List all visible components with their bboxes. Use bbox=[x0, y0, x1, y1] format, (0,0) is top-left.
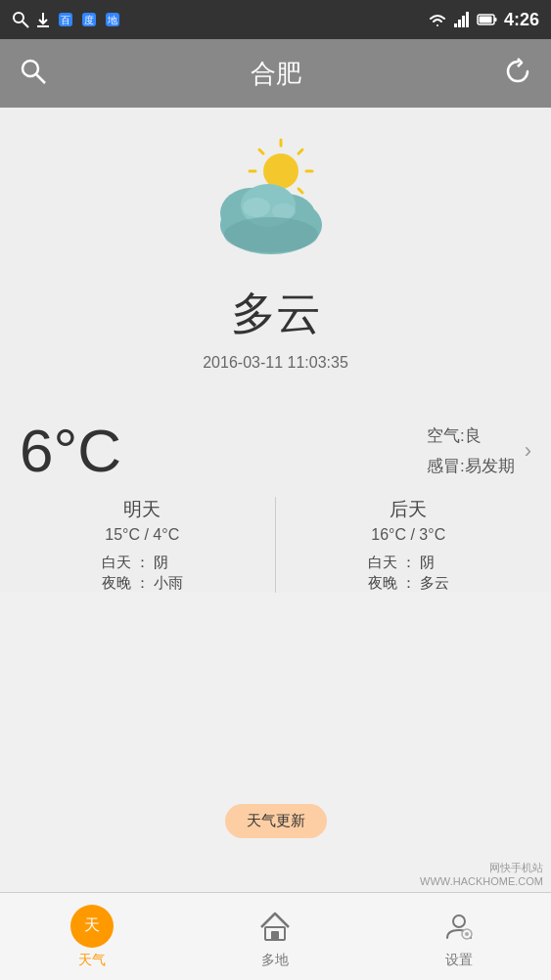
nav-item-multiplace[interactable]: 多地 bbox=[234, 899, 316, 975]
status-time: 4:26 bbox=[504, 10, 539, 30]
weather-datetime: 2016-03-11 11:03:35 bbox=[203, 354, 348, 372]
svg-point-33 bbox=[272, 203, 296, 219]
baidu-icon-1: 百 bbox=[57, 11, 74, 28]
weather-icon bbox=[198, 137, 354, 264]
current-temp: 6°C bbox=[20, 421, 121, 481]
dayafter-day-weather: 阴 bbox=[420, 554, 449, 572]
city-title: 合肥 bbox=[251, 57, 301, 91]
bottom-nav: 天 天气 多地 设置 bbox=[0, 892, 551, 980]
svg-line-1 bbox=[23, 22, 28, 27]
tomorrow-temp: 15°C / 4°C bbox=[105, 526, 179, 544]
search-status-icon bbox=[12, 11, 29, 28]
dayafter-colon1: ： bbox=[401, 554, 416, 572]
svg-point-17 bbox=[23, 61, 38, 76]
svg-point-32 bbox=[243, 198, 270, 217]
watermark-line2: WWW.HACKHOME.COM bbox=[420, 875, 543, 887]
settings-icon-svg bbox=[443, 911, 475, 942]
tomorrow-night-weather: 小雨 bbox=[154, 574, 183, 593]
wifi-icon bbox=[428, 12, 447, 27]
forecast-tomorrow: 明天 15°C / 4°C 白天 ： 阴 夜晚 ： 小雨 bbox=[10, 497, 276, 593]
home-icon-svg bbox=[259, 912, 291, 941]
svg-line-23 bbox=[298, 189, 302, 193]
tomorrow-day-period: 白天 bbox=[102, 554, 131, 572]
svg-rect-11 bbox=[458, 20, 461, 27]
nav-weather-icon-text: 天 bbox=[84, 915, 100, 936]
refresh-icon bbox=[504, 58, 531, 85]
dayafter-night-period: 夜晚 bbox=[368, 574, 397, 593]
svg-rect-15 bbox=[494, 18, 497, 22]
svg-rect-16 bbox=[479, 17, 491, 23]
forecast-day-after: 后天 16°C / 3°C 白天 ： 阴 夜晚 ： 多云 bbox=[276, 497, 542, 593]
watermark-line1: 网快手机站 bbox=[420, 861, 543, 875]
dayafter-colon2: ： bbox=[401, 574, 416, 593]
arrow-right-icon[interactable]: › bbox=[525, 438, 531, 464]
svg-rect-12 bbox=[462, 16, 465, 27]
main-content: 多云 2016-03-11 11:03:35 6°C 空气:良 感冒:易发期 ›… bbox=[0, 108, 551, 593]
svg-rect-10 bbox=[454, 23, 457, 27]
weather-icon-area bbox=[198, 137, 354, 264]
baidu-icon-2: 度 bbox=[80, 11, 98, 28]
svg-text:地: 地 bbox=[107, 15, 117, 25]
nav-weather-label: 天气 bbox=[78, 952, 106, 969]
header-bar: 合肥 bbox=[0, 39, 551, 108]
temp-section: 6°C 空气:良 感冒:易发期 › bbox=[0, 421, 551, 481]
forecast-section: 明天 15°C / 4°C 白天 ： 阴 夜晚 ： 小雨 后天 16°C / 3… bbox=[0, 481, 551, 593]
search-icon bbox=[20, 58, 47, 85]
nav-settings-icon bbox=[437, 905, 481, 948]
signal-icon bbox=[453, 12, 471, 27]
svg-line-21 bbox=[298, 150, 302, 154]
battery-icon bbox=[477, 13, 498, 26]
status-right-icons: 4:26 bbox=[428, 10, 539, 30]
weather-condition: 多云 bbox=[231, 284, 321, 344]
nav-multiplace-label: 多地 bbox=[261, 952, 289, 969]
dayafter-label: 后天 bbox=[390, 497, 427, 522]
cold-risk: 感冒:易发期 bbox=[427, 455, 515, 477]
svg-point-39 bbox=[465, 932, 469, 936]
baidu-icon-3: 地 bbox=[104, 11, 121, 28]
svg-line-18 bbox=[36, 74, 45, 83]
nav-weather-icon: 天 bbox=[70, 905, 114, 948]
nav-item-weather[interactable]: 天 天气 bbox=[51, 899, 133, 975]
nav-item-settings[interactable]: 设置 bbox=[418, 899, 500, 975]
svg-text:度: 度 bbox=[84, 15, 94, 25]
tomorrow-colon1: ： bbox=[135, 554, 150, 572]
tomorrow-night-period: 夜晚 bbox=[102, 574, 131, 593]
search-button[interactable] bbox=[20, 58, 47, 89]
download-icon bbox=[35, 11, 51, 28]
svg-point-37 bbox=[453, 915, 465, 927]
svg-text:百: 百 bbox=[61, 15, 70, 25]
svg-rect-13 bbox=[466, 12, 469, 27]
tomorrow-day-weather: 阴 bbox=[154, 554, 183, 572]
air-info: 空气:良 感冒:易发期 bbox=[427, 424, 515, 477]
svg-point-0 bbox=[14, 13, 23, 22]
air-quality: 空气:良 bbox=[427, 424, 482, 447]
nav-settings-label: 设置 bbox=[445, 952, 473, 969]
tomorrow-colon2: ： bbox=[135, 574, 150, 593]
nav-home-icon bbox=[253, 905, 297, 948]
svg-rect-36 bbox=[271, 931, 279, 940]
dayafter-night-weather: 多云 bbox=[420, 574, 449, 593]
toast-message: 天气更新 bbox=[225, 804, 327, 838]
status-left-icons: 百 度 地 bbox=[12, 11, 121, 28]
svg-point-34 bbox=[224, 217, 318, 252]
status-bar: 百 度 地 4:26 bbox=[0, 0, 551, 39]
svg-point-19 bbox=[263, 154, 298, 189]
dayafter-day-period: 白天 bbox=[368, 554, 397, 572]
dayafter-temp: 16°C / 3°C bbox=[371, 526, 445, 544]
watermark: 网快手机站 WWW.HACKHOME.COM bbox=[420, 861, 543, 887]
svg-line-24 bbox=[259, 150, 263, 154]
refresh-button[interactable] bbox=[504, 58, 531, 89]
tomorrow-label: 明天 bbox=[123, 497, 161, 522]
